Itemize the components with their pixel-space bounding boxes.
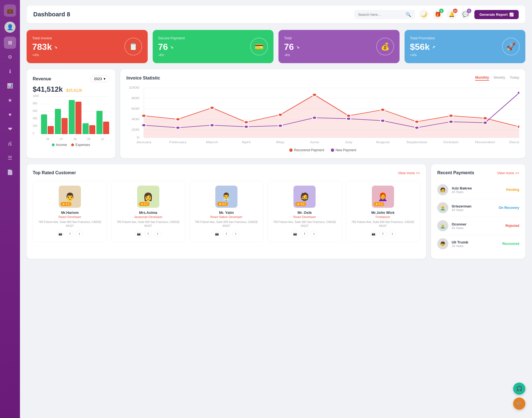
sidebar-item-info[interactable]: ℹ — [4, 65, 16, 78]
svg-point-29 — [278, 124, 283, 127]
svg-point-34 — [449, 120, 453, 123]
payment-info: Griezerman24 Years — [452, 204, 495, 212]
bar-x-label: 10 — [96, 138, 109, 141]
gift-button[interactable]: 🎁 2 — [433, 9, 443, 19]
search-input[interactable] — [358, 12, 403, 17]
sidebar-item-print[interactable]: 🖨 — [4, 137, 16, 150]
sidebar-item-star[interactable]: ★ — [4, 94, 16, 106]
generate-report-button[interactable]: Generate Report 📈 — [474, 10, 519, 19]
svg-point-35 — [483, 121, 487, 124]
twitter-icon[interactable]: t — [232, 230, 239, 237]
customer-avatar: 🧔★ 4.2 — [293, 186, 316, 208]
theme-toggle-button[interactable]: 🌙 — [419, 9, 429, 19]
stat-card-total: Total 76 ↘ -4% 💰 — [278, 30, 400, 63]
bar-x-label: 09 — [82, 138, 96, 141]
stat-icon: 💰 — [376, 38, 394, 55]
facebook-icon[interactable]: f — [66, 230, 73, 237]
invoice-line-chart: 1000 800 600 400 200 0 — [126, 85, 519, 146]
income-dot — [52, 143, 55, 146]
tab-today[interactable]: Today — [510, 75, 519, 81]
customer-role: React Native Developer — [192, 215, 260, 219]
payment-name: Oconner — [452, 222, 502, 226]
sidebar-item-heart[interactable]: ♥ — [4, 109, 16, 121]
instagram-icon[interactable]: 📷 — [57, 230, 64, 237]
customer-socials: 📷ft — [349, 230, 417, 237]
customers-header: Top Rated Customer View more >> — [33, 170, 420, 175]
payment-name: Griezerman — [452, 204, 495, 208]
payment-info: Aziz Bakree24 Years — [452, 186, 503, 194]
tab-monthly[interactable]: Monthly — [475, 75, 489, 81]
customer-avatar: 👩★ 4.2 — [137, 186, 159, 208]
rating-badge: ★ 4.2 — [295, 202, 306, 206]
chart-icon: 📊 — [7, 83, 13, 89]
svg-point-25 — [142, 124, 146, 127]
twitter-icon[interactable]: t — [154, 230, 161, 237]
svg-point-28 — [244, 125, 249, 128]
customer-address: 795 Folsom Ave, Suite 600 San Francisco,… — [349, 220, 417, 228]
sidebar: 💼 👤 ⊞ ⚙ ℹ 📊 ★ ♥ ❤ 🖨 ☰ 📄 — [0, 0, 20, 418]
facebook-icon[interactable]: f — [379, 230, 387, 237]
customers-grid: 👨★ 4.2Mr.HariomReact Developer795 Folsom… — [33, 181, 420, 242]
sidebar-item-doc[interactable]: 📄 — [4, 166, 16, 178]
payment-status: Rejected — [505, 224, 519, 228]
page-title: Dashboard 8 — [33, 11, 70, 18]
svg-point-31 — [346, 117, 351, 120]
facebook-icon[interactable]: f — [301, 230, 308, 237]
payments-view-more[interactable]: View more >> — [497, 171, 519, 175]
sidebar-item-dashboard[interactable]: ⊞ — [4, 37, 16, 49]
stat-content: Total 76 ↘ -4% — [284, 36, 300, 57]
instagram-icon[interactable]: 📷 — [291, 230, 299, 237]
legend-expense: Expenses — [71, 143, 90, 147]
sidebar-item-chart[interactable]: 📊 — [4, 80, 16, 92]
payment-name: Aziz Bakree — [452, 186, 503, 190]
support-fab[interactable]: 🎧 — [513, 383, 525, 395]
revenue-title: Revenue — [33, 76, 51, 81]
income-bar — [96, 111, 103, 134]
sidebar-logo[interactable]: 💼 — [4, 4, 16, 17]
payment-name: Uli Trumb — [452, 240, 499, 244]
customer-name: Mr.John Wick — [349, 211, 417, 215]
twitter-icon[interactable]: t — [310, 230, 318, 237]
sidebar-item-heart2[interactable]: ❤ — [4, 123, 16, 135]
payment-item: 👦Uli Trumb24 YearsRecovered — [437, 235, 519, 253]
cart-fab[interactable]: 🛒 — [513, 398, 525, 410]
svg-point-22 — [449, 114, 453, 117]
svg-text:200: 200 — [131, 128, 139, 131]
svg-text:December: December — [509, 141, 519, 144]
svg-point-23 — [483, 117, 487, 120]
sidebar-item-list[interactable]: ☰ — [4, 152, 16, 164]
customer-address: 795 Folsom Ave, Suite 600 San Francisco,… — [270, 220, 339, 228]
instagram-icon[interactable]: 📷 — [135, 230, 142, 237]
svg-point-27 — [210, 124, 214, 127]
stat-content: Total Promotion $56k ↗ +4% — [410, 36, 435, 57]
customer-socials: 📷ft — [36, 230, 104, 237]
year-select[interactable]: 2023 ▾ — [90, 75, 109, 82]
twitter-icon[interactable]: t — [76, 230, 83, 237]
instagram-icon[interactable]: 📷 — [213, 230, 221, 237]
income-label: Income — [56, 143, 67, 147]
messages-button[interactable]: 💬 5 — [461, 9, 470, 19]
stat-value: 76 ↘ — [284, 42, 300, 52]
search-box[interactable]: 🔍 — [354, 10, 415, 19]
customers-view-more[interactable]: View more >> — [398, 171, 420, 175]
sidebar-avatar[interactable]: 👤 — [4, 22, 16, 33]
notifications-button[interactable]: 🔔 12 — [447, 9, 457, 19]
twitter-icon[interactable]: t — [389, 230, 396, 237]
new-dot — [331, 148, 334, 152]
sidebar-item-settings[interactable]: ⚙ — [4, 51, 16, 63]
stat-value: $56k ↗ — [410, 42, 435, 52]
stat-card-promotion: Total Promotion $56k ↗ +4% 🚀 — [405, 30, 526, 63]
svg-text:June: June — [310, 141, 319, 144]
tab-weekly[interactable]: Weekly — [493, 75, 505, 81]
customer-name: Mr.Hariom — [36, 211, 104, 215]
customer-address: 795 Folsom Ave, Suite 600 San Francisco,… — [36, 220, 104, 228]
payment-item: 🧑Aziz Bakree24 YearsPending — [437, 181, 519, 199]
stat-value: 783k ↘ — [32, 42, 57, 52]
rating-badge: ★ 4.2 — [217, 202, 228, 206]
svg-point-32 — [380, 119, 385, 122]
instagram-icon[interactable]: 📷 — [370, 230, 377, 237]
facebook-icon[interactable]: f — [223, 230, 230, 237]
trend-arrow: ↘ — [170, 45, 173, 49]
facebook-icon[interactable]: f — [145, 230, 152, 237]
bell-badge: 12 — [453, 9, 457, 13]
